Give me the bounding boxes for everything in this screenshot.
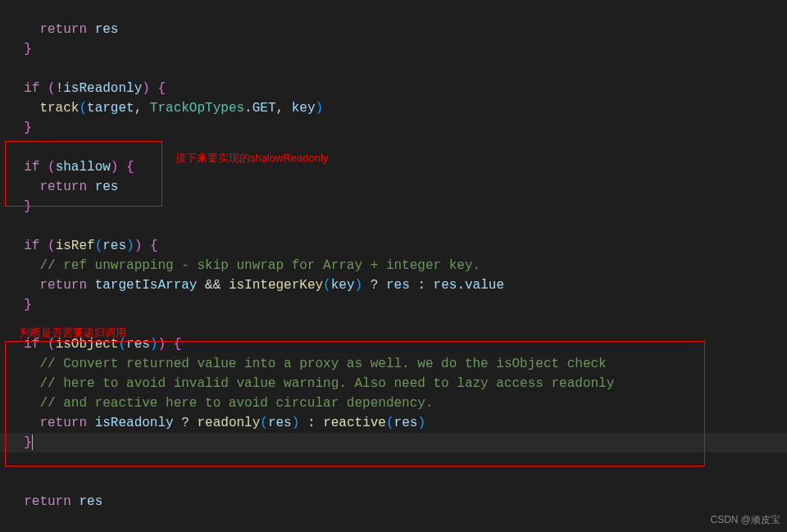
code-editor[interactable]: return res } if (!isReadonly) { track(ta… [0, 0, 787, 512]
annotation-shallow: 接下来要实现的shalowReadonly [175, 150, 328, 166]
code-line: return targetIsArray && isIntegerKey(key… [8, 278, 504, 293]
code-line: if (shallow) { [8, 160, 134, 175]
code-line [8, 219, 16, 234]
code-line [8, 140, 16, 155]
code-line: } [8, 120, 32, 135]
annotation-recursive: 判断是否需要递归调用 [20, 325, 126, 341]
code-line: return isReadonly ? readonly(res) : reac… [8, 416, 425, 430]
code-line: // here to avoid invalid value warning. … [8, 376, 614, 391]
code-line [8, 61, 16, 76]
code-line [8, 475, 16, 489]
code-line [8, 317, 16, 332]
code-line: if (!isReadonly) { [8, 81, 166, 96]
code-line: return res [8, 494, 102, 509]
code-line: // and reactive here to avoid circular d… [8, 396, 433, 411]
code-line-active: } [0, 433, 787, 452]
code-line: // Convert returned value into a proxy a… [8, 357, 607, 371]
code-line: if (isRef(res)) { [8, 239, 158, 253]
code-line: // ref unwrapping - skip unwrap for Arra… [8, 258, 480, 273]
code-line: return res [8, 22, 118, 37]
code-line: } [8, 199, 32, 214]
code-line: } [8, 42, 32, 57]
code-line: } [8, 298, 32, 312]
code-line: return res [8, 180, 118, 194]
code-line: track(target, TrackOpTypes.GET, key) [8, 101, 323, 116]
watermark: CSDN @顽皮宝 [710, 512, 780, 527]
